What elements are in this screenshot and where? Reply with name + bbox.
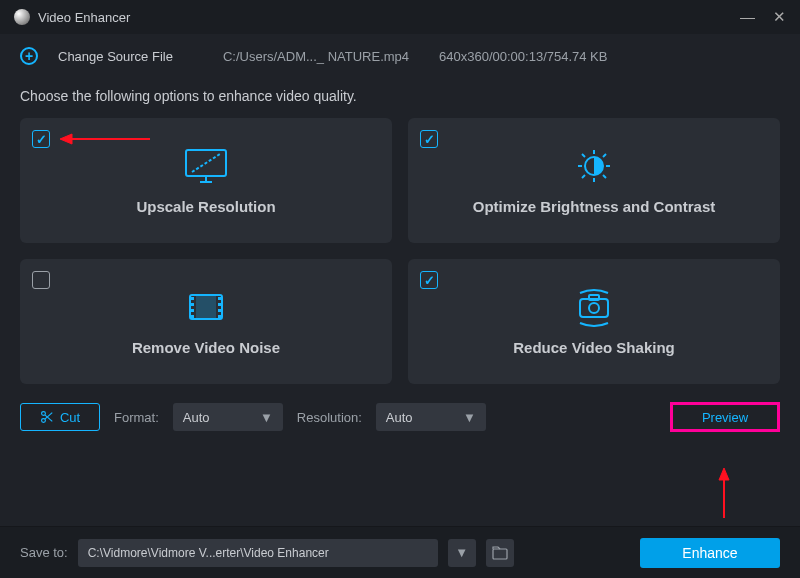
folder-icon [492, 546, 508, 560]
format-label: Format: [114, 410, 159, 425]
svg-rect-34 [493, 549, 507, 559]
preview-label: Preview [702, 410, 748, 425]
option-optimize-brightness[interactable]: Optimize Brightness and Contrast [408, 118, 780, 243]
svg-rect-21 [218, 297, 221, 300]
options-grid: Upscale Resolution Optimize Brightness a… [0, 118, 800, 384]
resolution-select[interactable]: Auto ▼ [376, 403, 486, 431]
svg-line-12 [603, 175, 606, 178]
svg-line-1 [192, 154, 220, 172]
enhance-label: Enhance [682, 545, 737, 561]
svg-marker-5 [60, 134, 72, 144]
option-label: Upscale Resolution [136, 198, 275, 215]
checkbox-brightness[interactable] [420, 130, 438, 148]
title-bar: Video Enhancer — ✕ [0, 0, 800, 34]
app-title: Video Enhancer [38, 10, 130, 25]
close-button[interactable]: ✕ [773, 8, 786, 26]
app-icon [14, 9, 30, 25]
camera-icon [570, 287, 618, 327]
brightness-icon [570, 146, 618, 186]
footer: Save to: C:\Vidmore\Vidmore V...erter\Vi… [0, 526, 800, 578]
enhance-button[interactable]: Enhance [640, 538, 780, 568]
svg-point-27 [589, 303, 599, 313]
svg-rect-17 [191, 297, 194, 300]
svg-rect-16 [196, 295, 216, 319]
svg-rect-22 [218, 303, 221, 306]
checkbox-upscale[interactable] [32, 130, 50, 148]
saveto-dropdown[interactable]: ▼ [448, 539, 476, 567]
option-label: Remove Video Noise [132, 339, 280, 356]
film-icon [182, 287, 230, 327]
option-reduce-shaking[interactable]: Reduce Video Shaking [408, 259, 780, 384]
saveto-path[interactable]: C:\Vidmore\Vidmore V...erter\Video Enhan… [78, 539, 438, 567]
resolution-label: Resolution: [297, 410, 362, 425]
minimize-button[interactable]: — [740, 8, 755, 26]
monitor-icon [182, 146, 230, 186]
chevron-down-icon: ▼ [463, 410, 476, 425]
format-value: Auto [183, 410, 210, 425]
svg-marker-33 [719, 468, 729, 480]
saveto-label: Save to: [20, 545, 68, 560]
source-meta: 640x360/00:00:13/754.74 KB [439, 49, 607, 64]
annotation-arrow [718, 468, 730, 518]
svg-rect-23 [218, 309, 221, 312]
control-row: Cut Format: Auto ▼ Resolution: Auto ▼ Pr… [0, 384, 800, 432]
chevron-down-icon: ▼ [260, 410, 273, 425]
cut-label: Cut [60, 410, 80, 425]
svg-rect-25 [580, 299, 608, 317]
svg-rect-26 [589, 295, 599, 300]
toolbar: + Change Source File C:/Users/ADM..._ NA… [0, 34, 800, 78]
checkbox-noise[interactable] [32, 271, 50, 289]
change-source-button[interactable]: Change Source File [58, 49, 173, 64]
format-select[interactable]: Auto ▼ [173, 403, 283, 431]
scissors-icon [40, 410, 54, 424]
preview-button[interactable]: Preview [670, 402, 780, 432]
svg-rect-18 [191, 303, 194, 306]
chevron-down-icon: ▼ [455, 545, 468, 560]
option-remove-noise[interactable]: Remove Video Noise [20, 259, 392, 384]
cut-button[interactable]: Cut [20, 403, 100, 431]
instruction-text: Choose the following options to enhance … [0, 78, 800, 118]
svg-line-11 [582, 154, 585, 157]
svg-line-14 [603, 154, 606, 157]
source-path: C:/Users/ADM..._ NATURE.mp4 [223, 49, 409, 64]
option-upscale-resolution[interactable]: Upscale Resolution [20, 118, 392, 243]
annotation-arrow [60, 133, 150, 145]
svg-rect-24 [218, 315, 221, 318]
open-folder-button[interactable] [486, 539, 514, 567]
resolution-value: Auto [386, 410, 413, 425]
add-icon[interactable]: + [20, 47, 38, 65]
option-label: Reduce Video Shaking [513, 339, 674, 356]
svg-rect-19 [191, 309, 194, 312]
option-label: Optimize Brightness and Contrast [473, 198, 716, 215]
checkbox-shake[interactable] [420, 271, 438, 289]
svg-rect-20 [191, 315, 194, 318]
svg-line-13 [582, 175, 585, 178]
